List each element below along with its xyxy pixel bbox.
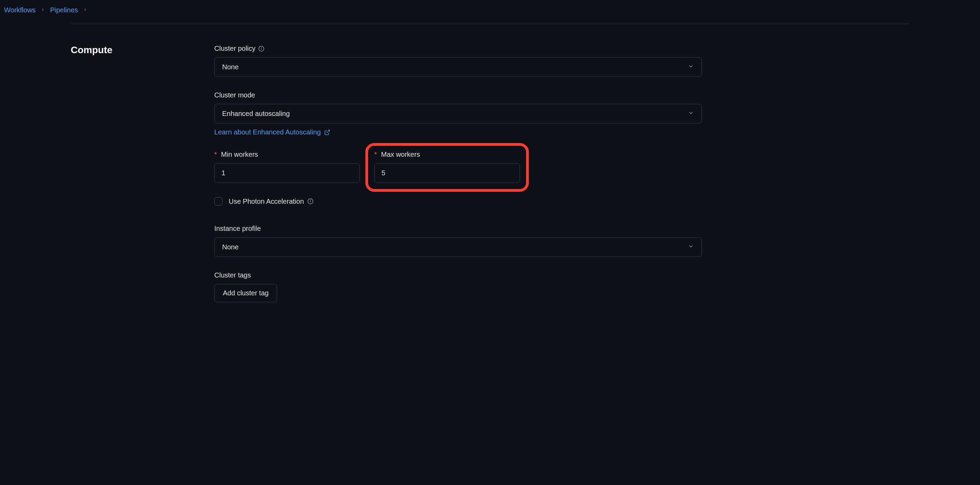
learn-autoscaling-link[interactable]: Learn about Enhanced Autoscaling bbox=[214, 128, 330, 136]
section-heading-wrap: Compute bbox=[71, 44, 214, 317]
min-workers-label: * Min workers bbox=[214, 151, 360, 158]
info-icon[interactable] bbox=[258, 46, 264, 52]
cluster-tags-label-text: Cluster tags bbox=[214, 271, 251, 279]
instance-profile-label: Instance profile bbox=[214, 225, 702, 233]
required-asterisk: * bbox=[374, 151, 377, 158]
instance-profile-select[interactable]: None bbox=[214, 237, 702, 257]
cluster-mode-label: Cluster mode bbox=[214, 91, 702, 99]
required-asterisk: * bbox=[214, 151, 217, 158]
cluster-policy-label: Cluster policy bbox=[214, 44, 702, 52]
svg-line-3 bbox=[327, 130, 329, 133]
external-link-icon bbox=[324, 129, 330, 135]
max-workers-label: * Max workers bbox=[374, 151, 520, 158]
chevron-down-icon bbox=[688, 63, 694, 71]
svg-point-2 bbox=[261, 47, 262, 48]
cluster-tags-label: Cluster tags bbox=[214, 271, 702, 279]
learn-autoscaling-link-text: Learn about Enhanced Autoscaling bbox=[214, 128, 321, 136]
instance-profile-value: None bbox=[222, 243, 239, 251]
field-cluster-mode: Cluster mode Enhanced autoscaling Learn … bbox=[214, 91, 702, 136]
info-icon[interactable] bbox=[307, 198, 313, 204]
cluster-mode-value: Enhanced autoscaling bbox=[222, 110, 290, 118]
photon-label: Use Photon Acceleration bbox=[229, 198, 313, 206]
photon-label-text: Use Photon Acceleration bbox=[229, 198, 304, 206]
field-workers: * Min workers * Max workers bbox=[214, 151, 702, 183]
max-workers-input[interactable] bbox=[374, 163, 520, 183]
chevron-right-icon bbox=[83, 7, 88, 13]
cluster-policy-value: None bbox=[222, 63, 239, 71]
add-cluster-tag-button[interactable]: Add cluster tag bbox=[214, 284, 277, 302]
min-workers-input[interactable] bbox=[214, 163, 360, 183]
breadcrumb-link-workflows[interactable]: Workflows bbox=[4, 6, 36, 14]
breadcrumb-link-pipelines[interactable]: Pipelines bbox=[50, 6, 78, 14]
chevron-down-icon bbox=[688, 243, 694, 251]
max-workers-highlight: * Max workers bbox=[365, 143, 529, 192]
workers-row: * Min workers * Max workers bbox=[214, 151, 702, 183]
form-column: Cluster policy None Cluster mode Enhance… bbox=[214, 44, 702, 317]
min-workers-label-text: Min workers bbox=[221, 151, 258, 158]
breadcrumb: Workflows Pipelines bbox=[0, 0, 980, 24]
max-workers-label-text: Max workers bbox=[381, 151, 420, 158]
chevron-right-icon bbox=[41, 7, 45, 13]
cluster-policy-label-text: Cluster policy bbox=[214, 44, 256, 52]
cluster-mode-label-text: Cluster mode bbox=[214, 91, 255, 99]
content: Compute Cluster policy None Cluster mode bbox=[71, 24, 909, 317]
min-workers-col: * Min workers bbox=[214, 151, 360, 183]
cluster-policy-select[interactable]: None bbox=[214, 57, 702, 77]
svg-point-6 bbox=[310, 200, 311, 200]
field-instance-profile: Instance profile None bbox=[214, 225, 702, 257]
cluster-mode-select[interactable]: Enhanced autoscaling bbox=[214, 104, 702, 124]
section-title: Compute bbox=[71, 44, 214, 55]
field-cluster-policy: Cluster policy None bbox=[214, 44, 702, 77]
chevron-down-icon bbox=[688, 110, 694, 118]
photon-checkbox[interactable] bbox=[214, 197, 223, 206]
field-cluster-tags: Cluster tags Add cluster tag bbox=[214, 271, 702, 302]
photon-row: Use Photon Acceleration bbox=[214, 197, 702, 206]
add-cluster-tag-button-text: Add cluster tag bbox=[223, 289, 269, 297]
instance-profile-label-text: Instance profile bbox=[214, 225, 261, 233]
max-workers-col: * Max workers bbox=[374, 151, 520, 183]
